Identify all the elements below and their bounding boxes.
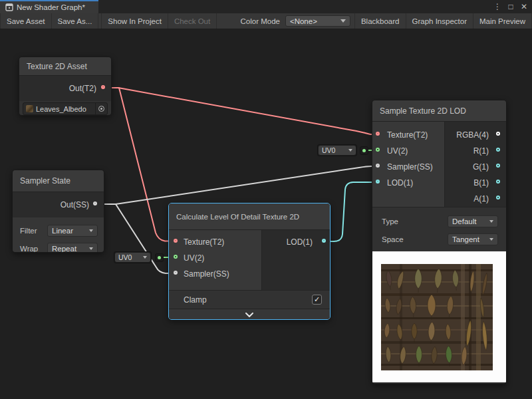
port-label: LOD(1): [387, 178, 413, 188]
uv-channel-chip-calc[interactable]: UV0: [114, 251, 152, 263]
close-icon[interactable]: ✕: [519, 1, 529, 13]
chevron-down-icon: [489, 238, 493, 241]
port-label: Sampler(SS): [184, 269, 229, 279]
input-row-lod: LOD(1): [387, 175, 444, 191]
filter-value: Linear: [52, 227, 73, 235]
output-row-rgba: RGBA(4): [445, 127, 489, 143]
expand-chevron-icon: [245, 313, 254, 317]
wrap-label: Wrap: [20, 245, 47, 253]
port-label: B(1): [473, 178, 489, 188]
port-in-uv[interactable]: [174, 255, 178, 259]
output-row-r: R(1): [445, 143, 489, 159]
port-out-b[interactable]: [496, 180, 500, 184]
node-sampler-state[interactable]: Sampler State Out(SS) Filter Linear Wrap…: [12, 170, 104, 253]
port-in-lod[interactable]: [376, 180, 380, 184]
input-row-sampler: Sampler(SS): [387, 159, 444, 175]
save-as-button[interactable]: Save As...: [52, 13, 99, 29]
tab-label: New Shader Graph*: [17, 3, 85, 11]
output-row-a: A(1): [445, 191, 489, 207]
shader-graph-asset-icon: [5, 3, 13, 11]
port-out-t2[interactable]: [101, 85, 105, 89]
node-title: Calculate Level Of Detail Texture 2D: [169, 203, 330, 230]
node-title: Sampler State: [13, 170, 104, 192]
type-dropdown[interactable]: Default: [448, 215, 498, 227]
port-label: A(1): [473, 194, 489, 203]
chevron-down-icon: [143, 256, 147, 259]
blackboard-button[interactable]: Blackboard: [354, 13, 406, 29]
uv-channel-dropdown[interactable]: UV0: [319, 146, 356, 155]
port-label: LOD(1): [287, 237, 313, 247]
input-row-uv: UV(2): [387, 143, 444, 159]
port-in-texture[interactable]: [174, 239, 178, 243]
color-mode-dropdown[interactable]: <None>: [285, 15, 350, 27]
uv-channel-dropdown[interactable]: UV0: [115, 253, 150, 262]
check-out-button: Check Out: [168, 13, 217, 29]
uv-channel-value: UV0: [322, 146, 335, 154]
node-title: Texture 2D Asset: [19, 57, 111, 76]
port-in-texture[interactable]: [376, 132, 380, 136]
uv-channel-chip-sample[interactable]: UV0: [317, 144, 357, 156]
port-row-out-t2: Out(T2): [19, 76, 111, 101]
port-in-sampler[interactable]: [174, 271, 178, 275]
texture-object-field[interactable]: Leaves_Albedo: [23, 102, 108, 115]
port-out-g[interactable]: [496, 164, 500, 168]
wire-lod-to-samplelod[interactable]: [328, 182, 375, 241]
node-calculate-lod-texture-2d[interactable]: Calculate Level Of Detail Texture 2D Tex…: [168, 203, 331, 320]
port-label: RGBA(4): [456, 130, 489, 140]
shader-graph-window: New Shader Graph* ⋮ □ ✕ Save Asset Save …: [0, 0, 532, 399]
object-picker-button[interactable]: [95, 103, 107, 114]
leaves-texture-preview: [381, 264, 493, 370]
node-title: Sample Texture 2D LOD: [372, 100, 506, 122]
node-texture-2d-asset[interactable]: Texture 2D Asset Out(T2) Leaves_Albedo: [19, 57, 112, 116]
show-in-project-button[interactable]: Show In Project: [101, 13, 168, 29]
port-out-r[interactable]: [496, 148, 500, 152]
wire-texture-to-calc[interactable]: [106, 88, 174, 241]
chevron-down-icon: [340, 19, 346, 23]
chevron-down-icon: [89, 229, 93, 232]
output-row-b: B(1): [445, 175, 489, 191]
port-label: Sampler(SS): [387, 162, 433, 172]
input-row-texture: Texture(T2): [387, 127, 444, 143]
input-row-sampler: Sampler(SS): [184, 266, 261, 282]
chevron-down-icon: [89, 247, 93, 250]
texture-name: Leaves_Albedo: [36, 105, 95, 113]
chevron-down-icon: [489, 220, 493, 223]
main-preview-button[interactable]: Main Preview: [473, 13, 532, 29]
wrap-dropdown[interactable]: Repeat: [47, 243, 98, 253]
color-mode-label: Color Mode: [235, 13, 285, 29]
output-row-lod: LOD(1): [262, 234, 313, 250]
space-label: Space: [382, 235, 448, 243]
space-dropdown[interactable]: Tangent: [448, 233, 498, 245]
port-out-ss[interactable]: [93, 201, 97, 205]
input-row-uv: UV(2): [184, 250, 261, 266]
input-row-texture: Texture(T2): [184, 234, 261, 250]
port-label: UV(2): [387, 146, 408, 156]
port-out-lod[interactable]: [322, 239, 326, 243]
more-options-icon[interactable]: ⋮: [492, 1, 503, 13]
port-row-out-ss: Out(SS): [13, 192, 104, 217]
type-label: Type: [382, 217, 448, 225]
port-label: R(1): [473, 146, 489, 156]
tab-new-shader-graph[interactable]: New Shader Graph*: [0, 0, 98, 13]
wire-texture-to-samplelod[interactable]: [106, 88, 375, 134]
port-out-a[interactable]: [496, 196, 500, 200]
clamp-checkbox[interactable]: ✓: [312, 295, 322, 305]
graph-inspector-button[interactable]: Graph Inspector: [406, 13, 473, 29]
chevron-down-icon: [348, 149, 352, 152]
toolbar: Save Asset Save As... Show In Project Ch…: [0, 13, 532, 29]
clamp-label: Clamp: [184, 295, 207, 305]
graph-canvas[interactable]: Texture 2D Asset Out(T2) Leaves_Albedo S…: [0, 29, 532, 399]
port-label: Out(T2): [69, 84, 96, 93]
filter-dropdown[interactable]: Linear: [47, 225, 98, 237]
node-sample-texture-2d-lod[interactable]: Sample Texture 2D LOD Texture(T2) UV(2) …: [372, 100, 507, 384]
port-in-sampler[interactable]: [376, 164, 380, 168]
port-label: UV(2): [184, 253, 204, 263]
port-out-rgba[interactable]: [496, 132, 500, 136]
maximize-icon[interactable]: □: [505, 1, 516, 13]
title-bar: New Shader Graph* ⋮ □ ✕: [0, 0, 532, 13]
color-mode-value: <None>: [290, 17, 317, 25]
texture-thumbnail: [26, 105, 33, 112]
port-in-uv[interactable]: [376, 148, 380, 152]
node-expand-footer[interactable]: [169, 309, 330, 320]
save-asset-button[interactable]: Save Asset: [0, 13, 52, 29]
